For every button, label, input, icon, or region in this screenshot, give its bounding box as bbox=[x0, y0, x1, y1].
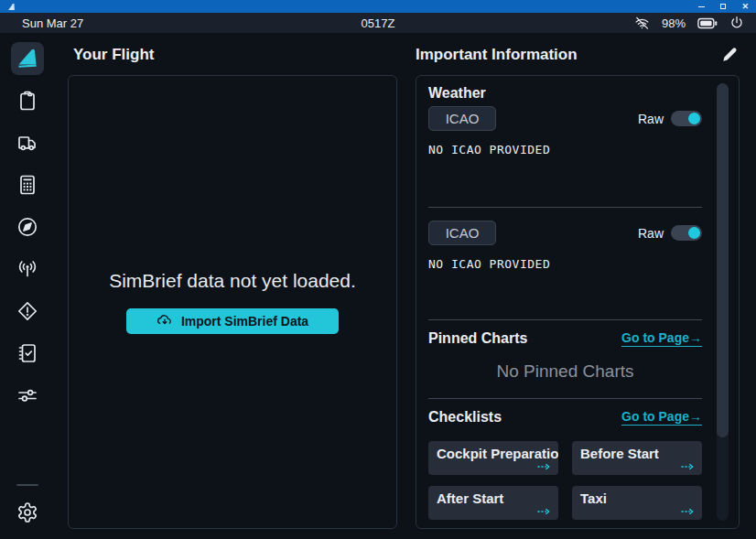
raw-label-1: Raw bbox=[638, 112, 664, 126]
your-flight-panel: SimBrief data not yet loaded. Import Sim… bbox=[68, 75, 397, 529]
separator bbox=[428, 319, 702, 320]
checklist-card-label: Before Start bbox=[580, 446, 659, 461]
sidebar-divider bbox=[16, 484, 38, 486]
status-date: Sun Mar 27 bbox=[22, 16, 83, 30]
battery-percentage: 98% bbox=[662, 16, 686, 30]
checklist-card-taxi[interactable]: Taxi bbox=[572, 486, 702, 520]
import-simbrief-label: Import SimBrief Data bbox=[181, 314, 308, 329]
simbrief-empty-message: SimBrief data not yet loaded. bbox=[109, 270, 356, 292]
icao-input-1[interactable] bbox=[428, 106, 496, 131]
raw-toggle-1[interactable] bbox=[671, 111, 702, 126]
dashed-arrow-icon bbox=[537, 463, 551, 470]
important-info-panel: Weather Raw NO ICAO PROVIDED bbox=[416, 75, 740, 529]
import-simbrief-button[interactable]: Import SimBrief Data bbox=[126, 308, 339, 334]
pinned-charts-goto-link[interactable]: Go to Page→ bbox=[621, 330, 702, 347]
wifi-off-icon bbox=[634, 16, 650, 31]
sidebar-item-checklists[interactable] bbox=[16, 341, 39, 365]
edit-pencil-icon[interactable] bbox=[721, 47, 738, 63]
raw-label-2: Raw bbox=[638, 226, 664, 241]
no-pinned-charts-message: No Pinned Charts bbox=[428, 361, 702, 382]
checklist-card-label: Taxi bbox=[580, 490, 607, 506]
compass-icon bbox=[16, 216, 38, 238]
sidebar-item-settings[interactable] bbox=[16, 501, 39, 524]
sidebar-item-dispatch[interactable] bbox=[16, 89, 39, 113]
separator bbox=[428, 398, 702, 399]
window-title-bar: ✕ bbox=[0, 0, 756, 13]
sidebar-item-dashboard[interactable] bbox=[11, 42, 44, 75]
checklist-card-cockpit-preparation[interactable]: Cockpit Preparation bbox=[428, 441, 558, 475]
flybywire-logo-icon bbox=[16, 48, 38, 70]
important-info-title: Important Information bbox=[416, 46, 578, 64]
toggle-knob bbox=[688, 113, 700, 124]
checklist-card-label: After Start bbox=[437, 490, 503, 506]
checklist-card-label: Cockpit Preparation bbox=[437, 446, 558, 461]
panel-scrollbar[interactable] bbox=[717, 83, 729, 521]
checklist-card-after-start[interactable]: After Start bbox=[428, 486, 558, 520]
antenna-icon bbox=[16, 258, 38, 280]
your-flight-title: Your Flight bbox=[68, 42, 397, 68]
metar-message-1: NO ICAO PROVIDED bbox=[428, 143, 702, 156]
metar-message-2: NO ICAO PROVIDED bbox=[428, 257, 702, 271]
minimize-button[interactable] bbox=[698, 6, 705, 7]
calculator-icon bbox=[16, 174, 38, 196]
failure-diamond-icon bbox=[16, 300, 38, 322]
sidebar-item-performance[interactable] bbox=[16, 173, 39, 197]
gear-icon bbox=[16, 501, 38, 523]
close-button[interactable]: ✕ bbox=[741, 3, 749, 11]
weather-title: Weather bbox=[428, 85, 702, 102]
sidebar-item-presets[interactable] bbox=[16, 383, 39, 407]
panel-scrollbar-thumb[interactable] bbox=[717, 83, 729, 437]
power-icon[interactable] bbox=[729, 16, 744, 30]
checklists-title: Checklists bbox=[428, 409, 502, 426]
sidebar-item-navigation[interactable] bbox=[16, 215, 39, 239]
sliders-icon bbox=[16, 384, 38, 406]
toggle-knob bbox=[688, 227, 700, 239]
maximize-button[interactable] bbox=[720, 4, 726, 9]
raw-toggle-2[interactable] bbox=[671, 225, 702, 241]
checklist-notebook-icon bbox=[16, 342, 38, 364]
sidebar-item-atc[interactable] bbox=[16, 257, 39, 281]
truck-icon bbox=[16, 132, 38, 154]
pinned-charts-title: Pinned Charts bbox=[428, 330, 527, 347]
sidebar-item-failures[interactable] bbox=[16, 299, 39, 323]
checklist-card-before-start[interactable]: Before Start bbox=[572, 441, 702, 475]
clipboard-icon bbox=[16, 90, 38, 112]
checklists-goto-link[interactable]: Go to Page→ bbox=[621, 409, 702, 426]
status-bar: Sun Mar 27 0517Z 98% bbox=[0, 13, 756, 33]
battery-icon bbox=[697, 17, 718, 29]
cloud-download-icon bbox=[157, 313, 173, 329]
dashed-arrow-icon bbox=[681, 508, 695, 515]
sidebar-item-ground[interactable] bbox=[16, 131, 39, 155]
sidebar-nav bbox=[0, 33, 55, 539]
dashed-arrow-icon bbox=[681, 463, 695, 470]
app-window-icon bbox=[7, 3, 16, 11]
icao-input-2[interactable] bbox=[428, 221, 496, 245]
dashed-arrow-icon bbox=[537, 508, 551, 515]
separator bbox=[428, 207, 702, 208]
